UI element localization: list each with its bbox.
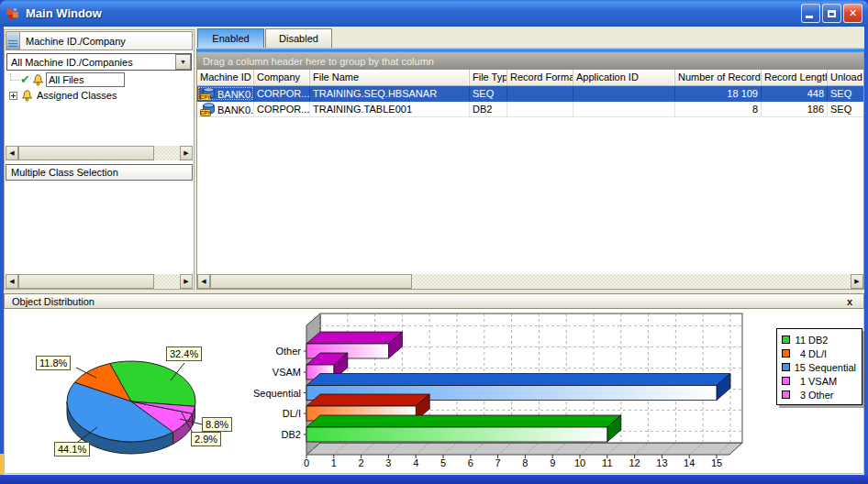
table-row[interactable]: CPYBANK0...CORPOR...TRAINING.TABLE001DB2… <box>197 102 863 117</box>
pie-slice-label-dl-i: 11.8% <box>36 356 71 370</box>
dropdown-arrow-button[interactable]: ▼ <box>175 54 191 70</box>
title-bar[interactable]: Main Window ✕ <box>0 0 868 27</box>
panel-close-button[interactable]: x <box>843 296 856 307</box>
svg-text:5: 5 <box>440 457 446 468</box>
object-distribution-panel: Object Distribution x 012345678910111213… <box>4 293 864 474</box>
legend-item-sequential: 15Sequential <box>782 360 858 374</box>
svg-text:2: 2 <box>359 457 364 468</box>
scroll-thumb[interactable] <box>18 274 154 289</box>
legend-label: Sequential <box>808 362 856 373</box>
multiple-class-selection-header: Multiple Class Selection <box>6 164 193 181</box>
tree-item-all-files[interactable]: ✔All Files <box>6 72 192 87</box>
cell: 8 <box>675 102 762 116</box>
group-by-band: Drag a column header here to group by th… <box>197 52 863 70</box>
scroll-right-arrow[interactable]: ▶ <box>180 146 193 160</box>
machine-company-panel: Machine ID./Company All Machine ID./Comp… <box>4 29 195 290</box>
scroll-left-arrow[interactable]: ◀ <box>6 146 18 160</box>
cell <box>507 102 573 116</box>
grid-horizontal-scrollbar[interactable]: ◀▶ <box>197 274 863 289</box>
class-horizontal-scrollbar[interactable]: ◀▶ <box>6 274 193 289</box>
charts-container: 0123456789101112131415OtherVSAMSequentia… <box>4 309 864 474</box>
svg-text:Sequential: Sequential <box>253 388 301 399</box>
legend-count: 1 <box>793 376 806 387</box>
panel-title: Object Distribution <box>12 296 843 307</box>
legend-color-chip <box>782 336 790 344</box>
svg-text:15: 15 <box>711 457 722 468</box>
cell: CORPOR... <box>254 86 310 101</box>
pie-slice-label-other: 8.8% <box>202 417 232 432</box>
maximize-icon <box>828 10 836 17</box>
scroll-thumb[interactable] <box>18 146 154 160</box>
window-body: Machine ID./Company All Machine ID./Comp… <box>4 27 864 475</box>
pie-slice-label-vsam: 2.9% <box>191 432 221 446</box>
table-row[interactable]: CPYBANK0...CORPOR...TRAINING.SEQ.HBSANAR… <box>197 86 863 102</box>
column-header-file-type[interactable]: File Type <box>470 70 507 85</box>
cell <box>573 86 675 101</box>
svg-text:12: 12 <box>629 457 640 468</box>
scroll-left-arrow[interactable]: ◀ <box>197 274 210 289</box>
legend-item-dl-i: 4DL/I <box>782 346 858 360</box>
scroll-left-arrow[interactable]: ◀ <box>6 274 18 289</box>
svg-text:13: 13 <box>656 457 667 468</box>
legend-count: 11 <box>793 335 806 346</box>
legend-color-chip <box>782 377 790 385</box>
machine-company-column-header[interactable]: Machine ID./Company <box>20 31 193 50</box>
scroll-track[interactable] <box>154 146 180 160</box>
svg-text:4: 4 <box>413 457 418 468</box>
cpy-database-icon: CPY <box>200 87 216 102</box>
legend-count: 3 <box>793 390 806 401</box>
maximize-button[interactable] <box>822 4 841 23</box>
svg-text:Other: Other <box>275 346 301 357</box>
column-header-file-name[interactable]: File Name <box>310 70 470 85</box>
svg-text:1: 1 <box>331 457 337 468</box>
cell: CPYBANK0... <box>197 86 254 101</box>
legend-item-vsam: 1VSAM <box>782 374 858 388</box>
pie-slice-label-sequential: 44.1% <box>54 442 90 456</box>
column-header-company[interactable]: Company <box>254 70 310 85</box>
column-header-number-of-records[interactable]: Number of Records <box>675 70 762 85</box>
cell: TRAINING.TABLE001 <box>310 102 470 116</box>
cell: DB2 <box>470 102 507 116</box>
cell <box>573 102 675 116</box>
scroll-track[interactable] <box>412 274 851 289</box>
file-tree: ✔All FilesAssigned Classes <box>6 72 192 146</box>
minimize-button[interactable] <box>801 4 820 23</box>
tab-enabled[interactable]: Enabled <box>197 28 264 48</box>
cpy-database-icon: CPY <box>200 103 216 117</box>
column-header-application-id[interactable]: Application ID <box>573 70 675 85</box>
column-header-record-length[interactable]: Record Length <box>762 70 828 85</box>
svg-text:VSAM: VSAM <box>273 367 301 378</box>
scroll-track[interactable] <box>154 274 180 289</box>
legend-label: Other <box>808 390 834 401</box>
legend-label: DL/I <box>808 348 827 359</box>
svg-text:11: 11 <box>602 457 612 468</box>
legend-item-other: 3Other <box>782 388 858 402</box>
scroll-right-arrow[interactable]: ▶ <box>851 274 863 289</box>
svg-text:CPY: CPY <box>200 94 211 100</box>
scroll-thumb[interactable] <box>210 274 412 289</box>
grid-rows: CPYBANK0...CORPOR...TRAINING.SEQ.HBSANAR… <box>197 86 863 274</box>
close-icon: ✕ <box>849 8 857 18</box>
pie-slice-label-db2: 32.4% <box>166 346 202 361</box>
minimize-icon <box>806 16 813 18</box>
close-button[interactable]: ✕ <box>843 4 862 23</box>
svg-text:14: 14 <box>684 457 695 468</box>
grid-header-row: Machine IDCompanyFile NameFile TypeRecor… <box>197 70 863 86</box>
object-distribution-caption: Object Distribution x <box>4 293 864 309</box>
legend-color-chip <box>782 363 790 371</box>
cell: 18 109 <box>675 86 762 101</box>
column-header-unload-i[interactable]: Unload I <box>828 70 863 85</box>
cell: TRAINING.SEQ.HBSANAR <box>310 86 470 101</box>
cell: SEQ <box>828 102 863 116</box>
tree-item-assigned-classes[interactable]: Assigned Classes <box>6 88 192 103</box>
tab-disabled[interactable]: Disabled <box>265 28 332 48</box>
bell-icon <box>32 74 44 86</box>
grid-corner-grip[interactable] <box>6 31 20 50</box>
scroll-right-arrow[interactable]: ▶ <box>180 274 193 289</box>
column-header-record-format[interactable]: Record Format <box>507 70 573 85</box>
column-header-machine-id[interactable]: Machine ID <box>197 70 254 85</box>
machine-company-filter-dropdown[interactable]: All Machine ID./Companies ▼ <box>6 53 192 71</box>
plus-expander-icon[interactable] <box>9 92 17 100</box>
tree-horizontal-scrollbar[interactable]: ◀▶ <box>6 146 193 160</box>
legend-color-chip <box>782 390 790 399</box>
